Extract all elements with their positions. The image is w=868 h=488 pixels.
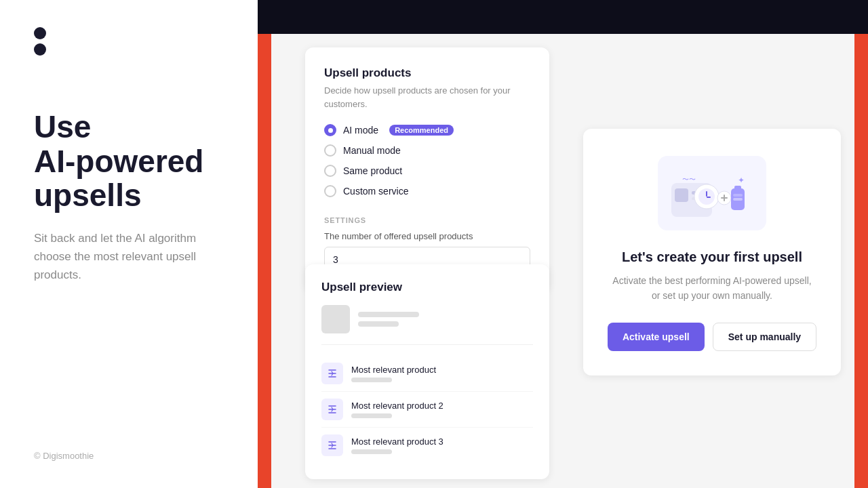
- left-panel: Use AI-powered upsells Sit back and let …: [0, 0, 258, 488]
- preview-product-sub-2: [351, 413, 392, 418]
- radio-label-manual: Manual mode: [343, 145, 401, 156]
- radio-circle-manual: [324, 144, 336, 157]
- preview-product-name-1: Most relevant product: [351, 365, 436, 375]
- radio-circle-custom: [324, 185, 336, 197]
- preview-product-text-2: Most relevant product 2: [351, 401, 443, 418]
- logo-dot-bottom: [34, 43, 46, 56]
- main-heading: Use AI-powered upsells: [34, 110, 224, 213]
- upsell-preview-card: Upsell preview: [305, 264, 549, 479]
- modal-title: Let's create your first upsell: [608, 249, 816, 265]
- preview-lines: [358, 312, 419, 327]
- preview-line-1: [358, 312, 419, 317]
- radio-circle-same: [324, 165, 336, 177]
- svg-text:〜〜: 〜〜: [682, 176, 696, 183]
- top-bar: [258, 0, 868, 34]
- product-icon-1: [321, 363, 343, 384]
- radio-manual-mode[interactable]: Manual mode: [324, 144, 530, 157]
- preview-product-text-1: Most relevant product: [351, 365, 436, 382]
- product-icon-2: [321, 399, 343, 420]
- preview-product-3: Most relevant product 3: [321, 428, 533, 463]
- preview-product-2: Most relevant product 2: [321, 392, 533, 428]
- modal-illustration: ✦ 〜〜: [658, 156, 766, 230]
- settings-field-label: The number of offered upsell products: [324, 231, 530, 241]
- radio-custom-service[interactable]: Custom service: [324, 185, 530, 197]
- svg-rect-6: [706, 191, 707, 197]
- radio-label-ai: AI mode: [343, 125, 378, 136]
- recommended-badge: Recommended: [389, 125, 454, 136]
- logo-dot-top: [34, 27, 46, 39]
- modal-card: ✦ 〜〜 Let's create your first upsell Acti…: [583, 129, 841, 375]
- preview-header-bar: [321, 305, 533, 345]
- preview-product-1: Most relevant product: [321, 356, 533, 392]
- preview-content: Most relevant product Most relevant prod…: [321, 305, 533, 463]
- modal-desc: Activate the best performing AI-powered …: [608, 273, 816, 304]
- preview-thumb: [321, 305, 350, 333]
- radio-same-product[interactable]: Same product: [324, 165, 530, 177]
- set-up-manually-button[interactable]: Set up manually: [713, 323, 816, 351]
- preview-product-sub-1: [351, 378, 392, 382]
- copyright-text: © Digismoothie: [34, 451, 94, 461]
- radio-ai-mode[interactable]: AI mode Recommended: [324, 124, 530, 136]
- modal-actions: Activate upsell Set up manually: [608, 323, 816, 351]
- product-icon-3: [321, 434, 343, 456]
- svg-rect-13: [733, 198, 743, 201]
- right-panel: Upsell products Decide how upsell produc…: [258, 0, 868, 488]
- svg-rect-10: [724, 195, 725, 201]
- activate-upsell-button[interactable]: Activate upsell: [608, 323, 705, 351]
- illus-container: ✦ 〜〜: [658, 156, 766, 230]
- main-subtext: Sit back and let the AI algorithm choose…: [34, 229, 224, 285]
- svg-text:✦: ✦: [738, 176, 745, 185]
- preview-line-2: [358, 321, 399, 327]
- radio-label-custom: Custom service: [343, 186, 408, 197]
- radio-label-same: Same product: [343, 165, 402, 176]
- preview-product-sub-3: [351, 449, 392, 454]
- svg-rect-14: [733, 194, 743, 197]
- radio-group: AI mode Recommended Manual mode Same pro…: [324, 124, 530, 197]
- svg-rect-7: [707, 197, 711, 198]
- upsell-preview-title: Upsell preview: [321, 281, 533, 294]
- content-area: Upsell products Decide how upsell produc…: [271, 34, 854, 488]
- preview-product-name-2: Most relevant product 2: [351, 401, 443, 411]
- preview-product-name-3: Most relevant product 3: [351, 436, 443, 447]
- svg-rect-1: [675, 188, 688, 202]
- upsell-products-title: Upsell products: [324, 66, 530, 80]
- upsell-products-card: Upsell products Decide how upsell produc…: [305, 47, 549, 291]
- logo: [34, 27, 224, 56]
- upsell-products-desc: Decide how upsell products are chosen fo…: [324, 84, 530, 110]
- settings-section-label: SETTINGS: [324, 216, 530, 224]
- preview-product-text-3: Most relevant product 3: [351, 436, 443, 454]
- svg-rect-12: [734, 186, 741, 190]
- radio-circle-ai: [324, 124, 336, 136]
